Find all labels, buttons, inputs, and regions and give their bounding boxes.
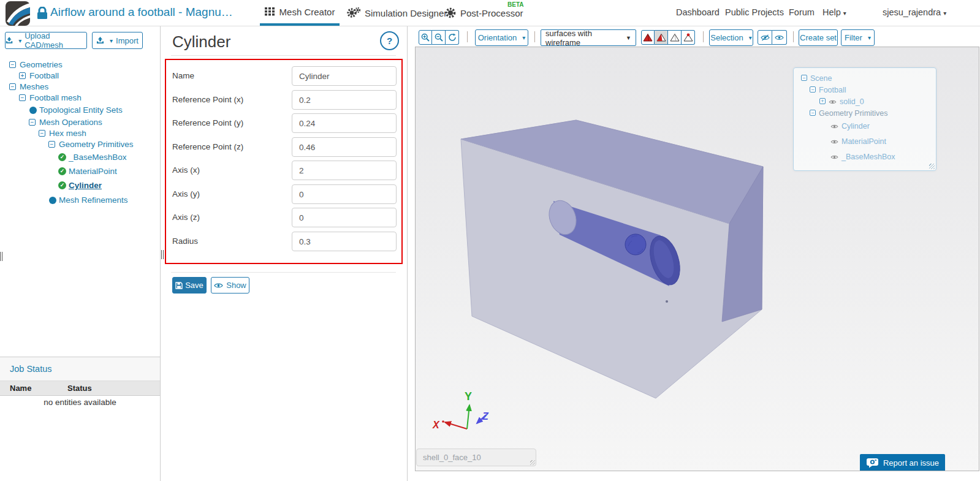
- scene-tree-geometry-primitives[interactable]: Geometry Primitives: [819, 109, 888, 118]
- y-axis-label: Y: [465, 390, 472, 403]
- tree-item-cylinder-selected[interactable]: Cylinder: [69, 181, 102, 191]
- create-set-label: Create set: [800, 33, 837, 42]
- scene-tree-scene[interactable]: Scene: [810, 74, 832, 83]
- caret-down-icon: ▾: [749, 34, 752, 41]
- tree-item-meshes[interactable]: Meshes: [20, 82, 48, 92]
- refresh-view-button[interactable]: [446, 30, 459, 45]
- nav-forum[interactable]: Forum: [789, 7, 815, 17]
- zoom-out-button[interactable]: [432, 30, 446, 45]
- panel-resize-grip[interactable]: [161, 250, 164, 259]
- job-status-title: Job Status: [10, 364, 52, 374]
- tab-simulation-designer[interactable]: Simulation Designer: [347, 0, 447, 26]
- caret-down-icon: ▾: [843, 10, 846, 17]
- hide-selected-button[interactable]: [758, 30, 772, 45]
- eye-icon[interactable]: [830, 154, 838, 160]
- scene-tree-basemeshbox[interactable]: _BaseMeshBox: [841, 153, 895, 161]
- scene-tree-football[interactable]: Football: [819, 86, 846, 94]
- collapse-toggle-icon[interactable]: −: [29, 119, 36, 126]
- collapse-toggle-icon[interactable]: −: [39, 130, 45, 137]
- nav-help-menu[interactable]: Help▾: [822, 7, 846, 17]
- axis-y-input[interactable]: [292, 184, 397, 204]
- nav-public-projects[interactable]: Public Projects: [725, 7, 784, 17]
- collapse-toggle-icon[interactable]: −: [801, 75, 807, 81]
- zoom-in-button[interactable]: [419, 30, 432, 45]
- collapse-toggle-icon[interactable]: −: [9, 61, 16, 68]
- report-issue-button[interactable]: Report an issue: [860, 454, 945, 471]
- mesh-quality-half-button[interactable]: [655, 30, 668, 45]
- radius-input[interactable]: [292, 232, 397, 251]
- resize-grip[interactable]: [530, 460, 535, 465]
- scene-tree-overlay: − Scene − Football + solid_0 − Geometry …: [793, 67, 936, 171]
- scene-tree-cylinder[interactable]: Cylinder: [841, 122, 870, 131]
- tree-item-geometry-primitives[interactable]: Geometry Primitives: [59, 140, 134, 150]
- eye-icon[interactable]: [830, 124, 838, 129]
- x-axis-label: X: [432, 420, 440, 430]
- axis-z-input[interactable]: [292, 208, 397, 227]
- viewport-3d-canvas[interactable]: X Y Z − Scene − Football + solid_0 − Geo…: [415, 47, 979, 471]
- orientation-label: Orientation: [478, 33, 517, 42]
- tree-item-topological-entity-sets[interactable]: Topological Entity Sets: [39, 105, 123, 115]
- tree-item-mesh-operations[interactable]: Mesh Operations: [39, 118, 102, 127]
- show-button[interactable]: Show: [211, 277, 249, 294]
- reference-point-x-input[interactable]: [292, 90, 397, 110]
- column-name: Name: [10, 384, 31, 393]
- username: sjesu_rajendra: [883, 7, 941, 17]
- mesh-quality-vertex-button[interactable]: [682, 30, 695, 45]
- render-mode-select[interactable]: surfaces with wireframe ▼: [541, 29, 636, 46]
- tree-item-football[interactable]: Football: [29, 71, 59, 81]
- tab-mesh-creator[interactable]: Mesh Creator: [260, 0, 340, 26]
- collapse-toggle-icon[interactable]: −: [810, 86, 816, 93]
- mesh-quality-solid-button[interactable]: [641, 30, 655, 45]
- user-menu[interactable]: sjesu_rajendra▾: [883, 7, 946, 17]
- selection-label: Selection: [710, 33, 743, 42]
- magnifier-plus-icon: [421, 33, 430, 42]
- field-label-ref-x: Reference Point (x): [172, 95, 243, 104]
- check-circle-icon: ✓: [58, 167, 66, 175]
- face-name-text: shell_0_face_10: [423, 453, 481, 462]
- collapse-toggle-icon[interactable]: −: [48, 141, 55, 148]
- upload-icon: [6, 37, 13, 44]
- orientation-dropdown[interactable]: Orientation ▾: [475, 29, 528, 46]
- field-label-axis-y: Axis (y): [172, 189, 200, 199]
- collapse-toggle-icon[interactable]: −: [9, 83, 16, 90]
- cylinder-settings-panel: Cylinder ? Name Reference Point (x) Refe…: [161, 26, 408, 481]
- import-button[interactable]: ▾ Import: [92, 32, 143, 49]
- tree-item-basemeshbox[interactable]: _BaseMeshBox: [69, 153, 127, 162]
- name-input[interactable]: [292, 66, 397, 86]
- tetrahedron-half-red-icon: [656, 34, 666, 42]
- tree-item-football-mesh[interactable]: Football mesh: [29, 93, 82, 103]
- panel-resize-grip[interactable]: [0, 252, 2, 261]
- scene-tree-materialpoint[interactable]: MaterialPoint: [841, 137, 886, 146]
- resize-grip[interactable]: [929, 164, 935, 169]
- tetrahedron-solid-red-icon: [643, 34, 653, 42]
- eye-icon[interactable]: [829, 99, 837, 105]
- upload-cad-mesh-button[interactable]: ▾ Upload CAD/mesh: [5, 32, 87, 49]
- selection-dropdown[interactable]: Selection ▾: [709, 29, 753, 46]
- caret-down-icon: ▾: [18, 37, 21, 44]
- expand-toggle-icon[interactable]: +: [819, 98, 826, 104]
- show-all-button[interactable]: [772, 30, 787, 45]
- save-button[interactable]: Save: [172, 277, 207, 294]
- tree-item-materialpoint[interactable]: MaterialPoint: [69, 167, 117, 176]
- reference-point-z-input[interactable]: [292, 137, 397, 157]
- mesh-quality-outline-button[interactable]: [668, 30, 682, 45]
- create-set-button[interactable]: Create set: [799, 29, 838, 46]
- tree-item-mesh-refinements[interactable]: Mesh Refinements: [59, 195, 128, 205]
- filter-dropdown[interactable]: Filter ▾: [841, 29, 875, 46]
- upload-label: Upload CAD/mesh: [25, 31, 86, 50]
- nav-dashboard[interactable]: Dashboard: [676, 7, 720, 17]
- collapse-toggle-icon[interactable]: −: [19, 94, 26, 101]
- reference-point-y-input[interactable]: [292, 113, 397, 133]
- tree-item-hex-mesh[interactable]: Hex mesh: [49, 129, 86, 138]
- scene-tree-solid-0[interactable]: solid_0: [840, 97, 864, 106]
- collapse-toggle-icon[interactable]: −: [810, 110, 816, 116]
- field-label-axis-x: Axis (x): [172, 165, 200, 175]
- tetrahedron-red-vertex-icon: [683, 33, 693, 42]
- upload-icon: [96, 37, 104, 44]
- axis-x-input[interactable]: [292, 161, 397, 180]
- help-button[interactable]: ?: [380, 31, 399, 50]
- expand-toggle-icon[interactable]: +: [19, 72, 26, 79]
- tree-item-geometries[interactable]: Geometries: [20, 60, 63, 70]
- eye-icon[interactable]: [830, 139, 838, 145]
- magnifier-minus-icon: [435, 33, 443, 42]
